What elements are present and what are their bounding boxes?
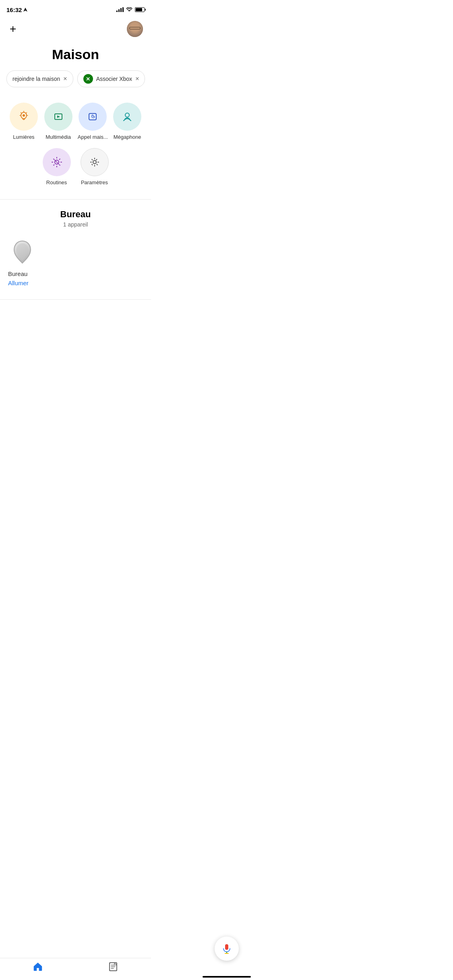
chips-row: rejoindre la maison × ✕ Associer Xbox × xyxy=(0,70,151,95)
navigation-icon xyxy=(23,8,27,12)
status-bar: 16:32 xyxy=(0,0,151,18)
routines-circle xyxy=(43,148,71,176)
bottom-divider xyxy=(0,299,151,300)
device-name-bureau: Bureau xyxy=(8,270,27,277)
svg-point-20 xyxy=(93,161,96,164)
page-title: Maison xyxy=(0,47,151,62)
header: + xyxy=(0,18,151,43)
category-parametres[interactable]: Paramètres xyxy=(79,144,110,189)
lumieres-circle xyxy=(10,103,38,131)
category-appel[interactable]: Appel mais... xyxy=(76,99,110,144)
multimedia-label: Multimédia xyxy=(46,134,71,140)
status-time: 16:32 xyxy=(6,6,27,13)
device-card-bureau: Bureau Allumer xyxy=(8,236,143,286)
svg-marker-0 xyxy=(23,8,27,12)
routines-label: Routines xyxy=(46,179,67,185)
megaphone-circle xyxy=(113,103,141,131)
battery-icon xyxy=(135,7,145,12)
svg-line-4 xyxy=(21,113,21,113)
time-display: 16:32 xyxy=(6,6,22,13)
parametres-circle xyxy=(81,148,109,176)
svg-line-18 xyxy=(59,159,60,159)
svg-marker-9 xyxy=(57,115,60,118)
svg-point-10 xyxy=(125,113,129,117)
section-divider xyxy=(0,199,151,200)
category-lumieres[interactable]: Lumières xyxy=(6,99,41,144)
svg-line-17 xyxy=(59,165,60,165)
chip-xbox-label: Associer Xbox xyxy=(96,76,132,82)
lumieres-label: Lumières xyxy=(13,134,34,140)
chip-xbox[interactable]: ✕ Associer Xbox × xyxy=(77,70,145,87)
svg-line-19 xyxy=(54,165,54,165)
wifi-icon xyxy=(126,7,132,12)
device-action-bureau[interactable]: Allumer xyxy=(8,280,29,286)
add-button[interactable]: + xyxy=(8,22,18,36)
status-icons xyxy=(116,7,145,12)
signal-icon xyxy=(116,7,124,12)
megaphone-label: Mégaphone xyxy=(114,134,141,140)
categories-row1: Lumières Multimédia Appel mais... xyxy=(0,95,151,144)
svg-line-3 xyxy=(26,113,27,113)
svg-point-7 xyxy=(23,114,25,117)
appel-circle xyxy=(79,103,107,131)
appel-label: Appel mais... xyxy=(78,134,108,140)
chip-xbox-close[interactable]: × xyxy=(135,76,139,82)
parametres-label: Paramètres xyxy=(81,179,108,185)
chip-rejoindre[interactable]: rejoindre la maison × xyxy=(6,70,73,87)
device-icon-bureau xyxy=(8,236,36,268)
room-title: Bureau xyxy=(8,209,143,220)
category-megaphone[interactable]: Mégaphone xyxy=(110,99,145,144)
room-device-count: 1 appareil xyxy=(8,221,143,228)
device-speaker-icon xyxy=(9,237,35,267)
room-section: Bureau 1 appareil Bureau Allumer xyxy=(0,203,151,293)
svg-line-16 xyxy=(54,159,54,159)
multimedia-circle xyxy=(44,103,72,131)
categories-row2: Routines Paramètres xyxy=(0,144,151,196)
xbox-icon: ✕ xyxy=(83,74,93,84)
avatar[interactable] xyxy=(127,21,143,37)
chip-rejoindre-label: rejoindre la maison xyxy=(12,76,60,82)
chip-rejoindre-close[interactable]: × xyxy=(63,76,67,82)
category-routines[interactable]: Routines xyxy=(41,144,72,189)
category-multimedia[interactable]: Multimédia xyxy=(41,99,76,144)
